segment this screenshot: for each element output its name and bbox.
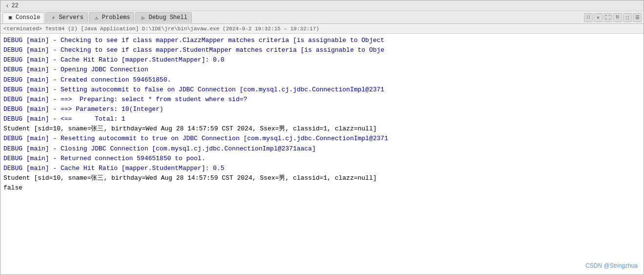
console-line-2: DEBUG [main] - Cache Hit Ratio [mapper.S… (3, 55, 641, 65)
tab-problems[interactable]: ⚠Problems (89, 12, 135, 23)
tab-label-console: Console (16, 14, 40, 21)
console-line-1: DEBUG [main] - Checking to see if class … (3, 45, 641, 55)
console-line-9: Student [sid=10, sname=张三, birthday=Wed … (3, 124, 641, 134)
back-arrow[interactable]: ‹ (3, 2, 11, 10)
tab-label-servers: Servers (59, 14, 83, 21)
console-line-15: false (3, 183, 641, 193)
console-line-14: Student [sid=10, sname=张三, birthday=Wed … (3, 173, 641, 183)
paste-icon[interactable]: ⬚ (623, 13, 632, 22)
main-window: ‹ 22 ▣Console⚡Servers⚠Problems▷Debug She… (0, 0, 644, 275)
servers-icon: ⚡ (50, 14, 57, 21)
tab-bar: ▣Console⚡Servers⚠Problems▷Debug Shell □✕… (0, 11, 644, 24)
console-line-8: DEBUG [main] - <== Total: 1 (3, 114, 641, 124)
debug_shell-icon: ▷ (140, 14, 146, 21)
console-line-5: DEBUG [main] - Setting autocommit to fal… (3, 85, 641, 95)
console-line-4: DEBUG [main] - Created connection 594651… (3, 75, 641, 85)
tab-servers[interactable]: ⚡Servers (45, 12, 87, 23)
console-output[interactable]: DEBUG [main] - Checking to see if class … (0, 34, 644, 275)
minimize-icon[interactable]: □ (584, 13, 593, 22)
copy-icon[interactable]: ⎘ (613, 13, 622, 22)
tab-debug_shell[interactable]: ▷Debug Shell (135, 12, 191, 23)
status-line: <terminated> Test04 (2) [Java Applicatio… (0, 24, 644, 34)
console-line-6: DEBUG [main] - ==> Preparing: select * f… (3, 95, 641, 105)
console-line-10: DEBUG [main] - Resetting autocommit to t… (3, 134, 641, 144)
tab-label-problems: Problems (102, 14, 130, 21)
watermark: CSDN @Stringzhua (585, 261, 638, 271)
console-line-11: DEBUG [main] - Closing JDBC Connection [… (3, 144, 641, 154)
expand-icon[interactable]: ⛶ (603, 13, 612, 22)
status-text: <terminated> Test04 (2) [Java Applicatio… (3, 26, 319, 32)
top-bar: ‹ 22 (0, 0, 644, 11)
console-line-7: DEBUG [main] - ==> Parameters: 10(Intege… (3, 105, 641, 114)
tab-list: ▣Console⚡Servers⚠Problems▷Debug Shell (2, 12, 584, 23)
console-line-0: DEBUG [main] - Checking to see if class … (3, 36, 641, 45)
toolbar-buttons: □✕⛶⎘⬚☰ (584, 13, 642, 22)
tab-label-debug_shell: Debug Shell (148, 14, 187, 21)
console-line-12: DEBUG [main] - Returned connection 59465… (3, 154, 641, 164)
page-number: 22 (11, 2, 18, 9)
console-line-13: DEBUG [main] - Cache Hit Ratio [mapper.S… (3, 164, 641, 173)
console-icon: ▣ (7, 14, 14, 21)
console-line-3: DEBUG [main] - Opening JDBC Connection (3, 65, 641, 75)
close-icon[interactable]: ✕ (594, 13, 602, 22)
problems-icon: ⚠ (93, 14, 100, 21)
tab-console[interactable]: ▣Console (2, 12, 44, 23)
menu-icon[interactable]: ☰ (633, 13, 642, 22)
